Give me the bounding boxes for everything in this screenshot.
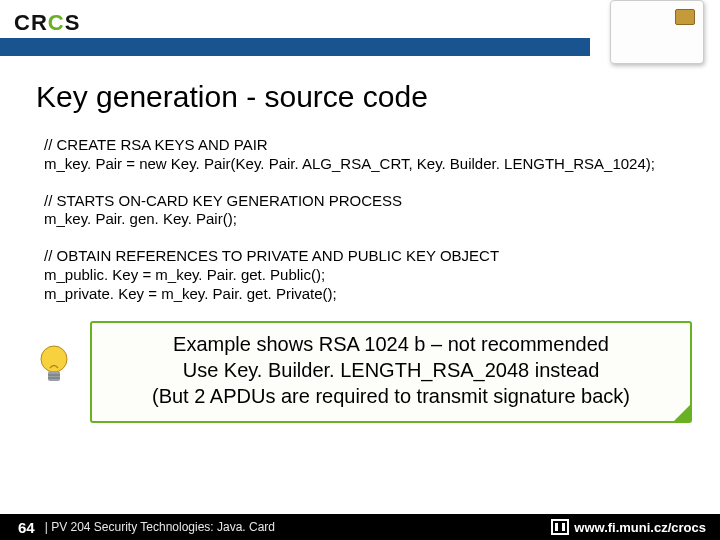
note-line: Example shows RSA 1024 b – not recommend… (102, 331, 680, 357)
code-group: // OBTAIN REFERENCES TO PRIVATE AND PUBL… (44, 247, 720, 303)
svg-point-0 (41, 346, 67, 372)
smartcard-icon (610, 0, 704, 64)
code-comment: // OBTAIN REFERENCES TO PRIVATE AND PUBL… (44, 247, 720, 266)
svg-rect-1 (48, 371, 60, 381)
code-block: // CREATE RSA KEYS AND PAIR m_key. Pair … (44, 136, 720, 303)
footer-url: www.fi.muni.cz/crocs (574, 520, 706, 535)
logo-part: C (48, 10, 65, 35)
code-line: m_private. Key = m_key. Pair. get. Priva… (44, 285, 720, 304)
page-number: 64 (0, 519, 45, 536)
note-box: Example shows RSA 1024 b – not recommend… (90, 321, 692, 423)
logo-part: S (65, 10, 81, 35)
code-line: m_public. Key = m_key. Pair. get. Public… (44, 266, 720, 285)
university-logo-icon (550, 518, 570, 536)
lightbulb-icon (30, 341, 78, 389)
chip-icon (675, 9, 695, 25)
note-line: Use Key. Builder. LENGTH_RSA_2048 instea… (102, 357, 680, 383)
header: CRCS (0, 0, 720, 52)
code-comment: // CREATE RSA KEYS AND PAIR (44, 136, 720, 155)
code-group: // STARTS ON-CARD KEY GENERATION PROCESS… (44, 192, 720, 230)
logo: CRCS (14, 10, 80, 36)
note-line: (But 2 APDUs are required to transmit si… (102, 383, 680, 409)
svg-rect-7 (562, 523, 565, 531)
header-stripe (0, 38, 590, 56)
code-group: // CREATE RSA KEYS AND PAIR m_key. Pair … (44, 136, 720, 174)
slide: CRCS Key generation - source code // CRE… (0, 0, 720, 540)
slide-title: Key generation - source code (36, 80, 720, 114)
svg-rect-6 (555, 523, 558, 531)
code-comment: // STARTS ON-CARD KEY GENERATION PROCESS (44, 192, 720, 211)
footer: 64 | PV 204 Security Technologies: Java.… (0, 514, 720, 540)
course-label: | PV 204 Security Technologies: Java. Ca… (45, 520, 275, 534)
code-line: m_key. Pair. gen. Key. Pair(); (44, 210, 720, 229)
code-line: m_key. Pair = new Key. Pair(Key. Pair. A… (44, 155, 720, 174)
logo-part: CR (14, 10, 48, 35)
